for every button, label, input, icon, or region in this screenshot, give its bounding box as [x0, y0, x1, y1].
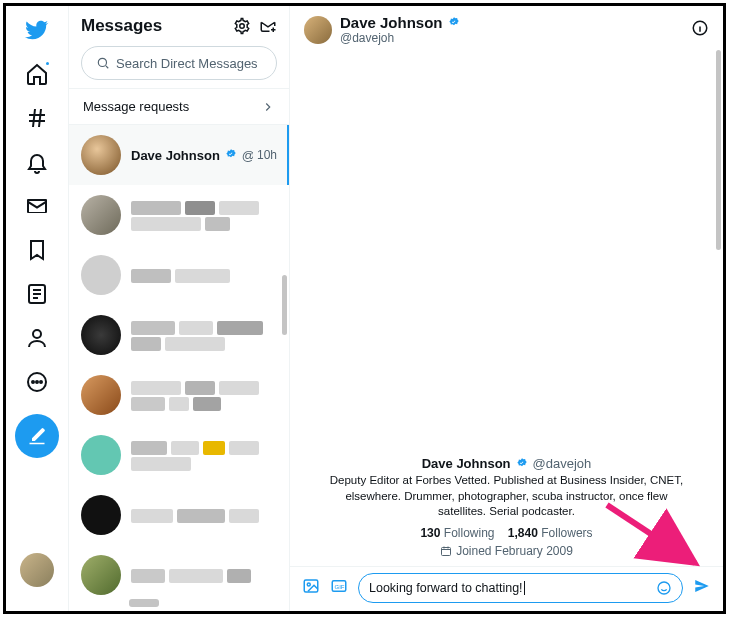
conversation-list: Dave Johnson @da... 10h: [69, 125, 289, 611]
avatar[interactable]: [304, 16, 332, 44]
conversation-header-name: Dave Johnson: [340, 14, 443, 31]
verified-icon: [447, 16, 461, 30]
conversation-item[interactable]: [69, 245, 289, 305]
gif-icon[interactable]: GIF: [330, 577, 348, 599]
svg-text:GIF: GIF: [335, 584, 345, 590]
info-icon[interactable]: [691, 19, 709, 41]
nav-rail: [6, 6, 68, 611]
profile-icon[interactable]: [25, 326, 49, 350]
conversation-name: Dave Johnson: [131, 148, 220, 163]
search-placeholder: Search Direct Messages: [116, 56, 258, 71]
profile-stats: 130 Following 1,840 Followers: [326, 526, 687, 540]
conversation-item[interactable]: [69, 545, 289, 605]
messages-column: Messages Search Direct Messages Message …: [68, 6, 290, 611]
search-input[interactable]: Search Direct Messages: [81, 46, 277, 80]
conversation-item[interactable]: [69, 485, 289, 545]
compose-button[interactable]: [15, 414, 59, 458]
svg-rect-9: [442, 548, 451, 556]
lists-icon[interactable]: [25, 282, 49, 306]
profile-handle: @davejoh: [533, 456, 592, 471]
scrollbar[interactable]: [282, 275, 287, 335]
explore-icon[interactable]: [25, 106, 49, 130]
svg-point-7: [98, 58, 106, 66]
message-input[interactable]: Looking forward to chatting!: [358, 573, 683, 603]
scrollbar[interactable]: [716, 50, 721, 250]
conversation-pane: Dave Johnson @davejoh Dave Johnson @dave…: [290, 6, 723, 611]
messages-icon[interactable]: [25, 194, 49, 218]
svg-point-4: [36, 381, 38, 383]
message-requests-row[interactable]: Message requests: [69, 88, 289, 125]
image-icon[interactable]: [302, 577, 320, 599]
verified-icon: [224, 148, 238, 162]
bookmarks-icon[interactable]: [25, 238, 49, 262]
scrollbar[interactable]: [129, 599, 159, 607]
more-icon[interactable]: [25, 370, 49, 394]
search-icon: [96, 56, 110, 70]
messages-title: Messages: [81, 16, 225, 36]
profile-joined: Joined February 2009: [326, 544, 687, 558]
avatar: [81, 135, 121, 175]
conversation-header: Dave Johnson @davejoh: [290, 6, 723, 53]
svg-point-3: [32, 381, 34, 383]
message-input-value: Looking forward to chatting!: [369, 581, 523, 595]
profile-name: Dave Johnson: [422, 456, 511, 471]
twitter-logo-icon[interactable]: [25, 18, 49, 42]
conversation-item[interactable]: [69, 185, 289, 245]
svg-point-1: [33, 330, 41, 338]
svg-point-6: [240, 24, 245, 29]
conversation-handle: @da...: [242, 148, 253, 163]
svg-point-11: [307, 583, 310, 586]
conversation-item[interactable]: [69, 365, 289, 425]
conversation-item[interactable]: [69, 305, 289, 365]
profile-bio: Deputy Editor at Forbes Vetted. Publishe…: [326, 473, 687, 520]
verified-icon: [515, 457, 529, 471]
conversation-header-handle: @davejoh: [340, 31, 461, 45]
emoji-icon[interactable]: [656, 580, 672, 596]
chevron-right-icon: [261, 100, 275, 114]
account-avatar[interactable]: [20, 553, 54, 587]
profile-card[interactable]: Dave Johnson @davejoh Deputy Editor at F…: [290, 456, 723, 566]
svg-point-5: [40, 381, 42, 383]
new-message-icon[interactable]: [259, 17, 277, 35]
message-requests-label: Message requests: [83, 99, 189, 114]
settings-icon[interactable]: [233, 17, 251, 35]
message-input-bar: GIF Looking forward to chatting!: [290, 566, 723, 611]
home-icon[interactable]: [25, 62, 49, 86]
send-button[interactable]: [693, 577, 711, 599]
calendar-icon: [440, 545, 452, 557]
conversation-item[interactable]: [69, 425, 289, 485]
conversation-item[interactable]: Dave Johnson @da... 10h: [69, 125, 289, 185]
notifications-icon[interactable]: [25, 150, 49, 174]
conversation-time: 10h: [257, 148, 277, 162]
svg-point-14: [658, 582, 670, 594]
